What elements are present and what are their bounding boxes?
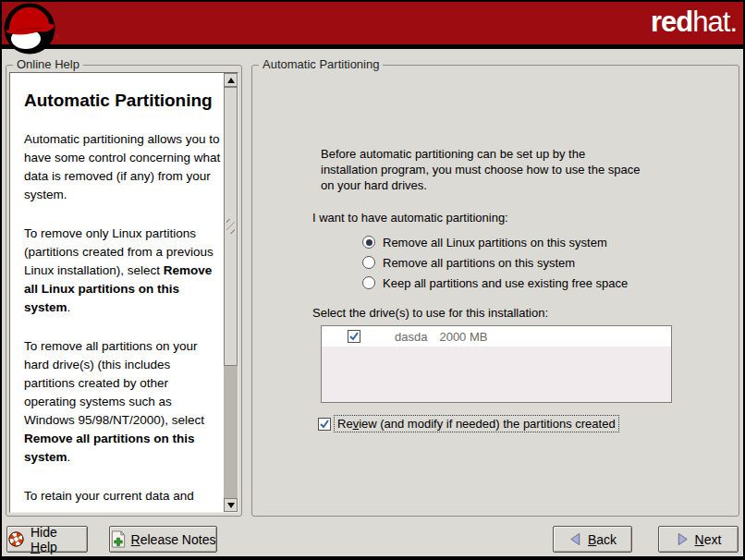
redhat-shadowman-logo [3,1,58,56]
arrow-up-icon [227,78,235,83]
release-notes-label: Release Notes [131,532,216,547]
radio-button-icon[interactable] [362,256,375,269]
redhat-wordmark: redhat. [651,6,737,39]
drive-list[interactable]: dasda 2000 MB [321,325,672,403]
life-ring-icon [7,530,25,548]
radio-label: Remove all partitions on this system [383,256,575,270]
help-paragraph-1: Automatic partitioning allows you to hav… [24,130,221,204]
arrow-right-icon [676,532,690,546]
review-checkbox[interactable] [318,418,331,431]
drive-size: 2000 MB [439,330,487,344]
scrollbar-grip-icon [226,219,235,234]
help-title: Automatic Partitioning [24,91,221,110]
radio-remove-all-partitions[interactable]: Remove all partitions on this system [362,252,628,273]
check-icon [319,419,330,430]
wordmark-hat: hat [692,6,729,38]
back-label: Back [588,532,617,547]
radio-button-icon[interactable] [362,276,375,289]
review-checkbox-label: Review (and modify if needed) the partit… [335,416,618,432]
arrow-down-icon [227,503,235,508]
help-paragraph-clipped: To retain your current data and [24,487,221,505]
release-notes-button[interactable]: Release Notes [109,526,217,553]
release-notes-page-icon [111,530,126,548]
automatic-partitioning-frame-title: Automatic Partitioning [259,57,383,71]
radio-label: Remove all Linux partitions on this syst… [383,236,607,250]
drive-checkbox[interactable] [348,330,360,343]
scrollbar-down-button[interactable] [224,498,238,512]
radio-keep-all-partitions[interactable]: Keep all partitions and use existing fre… [362,273,628,293]
scrollbar-up-button[interactable] [224,73,238,87]
wordmark-dot: . [729,6,737,38]
radio-group-prompt: I want to have automatic partitioning: [312,211,508,225]
installer-window: ® redhat. Online Help Automatic Partitio… [0,0,745,560]
next-label: Next [695,532,722,547]
online-help-frame-title: Online Help [13,57,83,71]
header-banner [2,2,743,44]
review-partitions-option[interactable]: Review (and modify if needed) the partit… [318,416,618,432]
online-help-panel: Online Help Automatic Partitioning Autom… [6,65,242,517]
partitioning-radio-group: Remove all Linux partitions on this syst… [362,232,628,293]
help-scrollbar[interactable] [224,73,238,512]
scrollbar-thumb[interactable] [224,87,238,366]
radio-remove-linux-partitions[interactable]: Remove all Linux partitions on this syst… [362,232,628,252]
drive-name: dasda [395,330,427,344]
next-button[interactable]: Next [658,526,739,553]
hide-help-label: Hide Help [31,525,87,554]
help-paragraph-3: To remove all partitions on your hard dr… [24,337,221,467]
arrow-left-icon [568,532,582,546]
back-button[interactable]: Back [553,526,632,553]
hide-help-button[interactable]: Hide Help [6,526,88,553]
radio-button-icon[interactable] [362,236,375,249]
radio-label: Keep all partitions and use existing fre… [383,276,628,290]
intro-text: Before automatic partitioning can be set… [321,146,644,193]
wordmark-red: red [651,6,692,38]
drive-row-dasda[interactable]: dasda 2000 MB [322,326,671,347]
help-paragraph-2: To remove only Linux partitions (partiti… [24,225,221,317]
registered-mark: ® [55,33,60,42]
help-content: Automatic Partitioning Automatic partiti… [10,73,223,511]
drive-select-prompt: Select the drive(s) to use for this inst… [312,306,548,320]
help-viewport: Automatic Partitioning Automatic partiti… [9,72,238,513]
check-icon [348,331,360,342]
